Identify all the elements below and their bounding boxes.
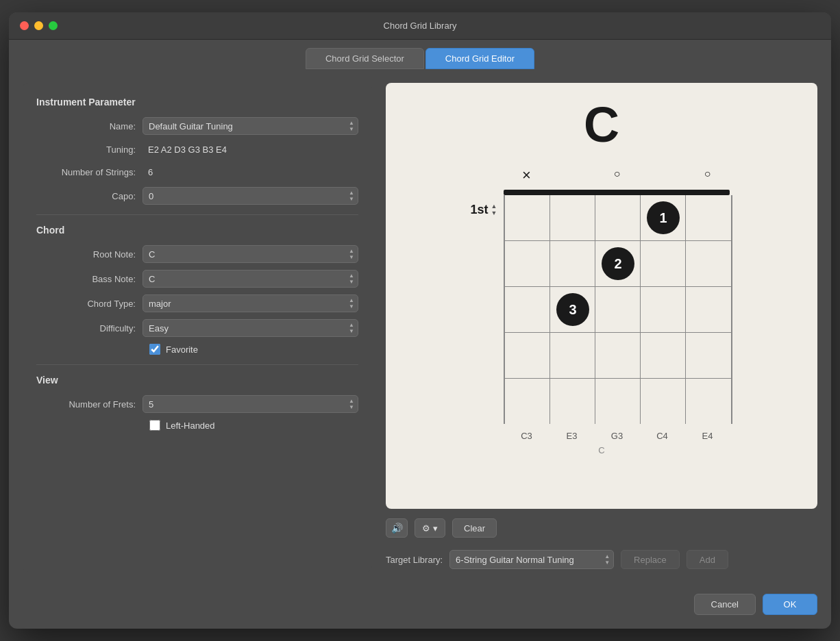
difficulty-label: Difficulty: <box>36 323 143 334</box>
bass-note-select-wrapper: CC#D ▲▼ <box>143 270 358 288</box>
fret-cell-4-3[interactable] <box>595 333 641 378</box>
bottom-toolbar: 🔊 ⚙ ▾ Clear <box>386 516 817 540</box>
fret-cell-5-2[interactable] <box>550 379 595 424</box>
fret-cell-1-2[interactable] <box>550 195 595 240</box>
fret-cell-4-5[interactable] <box>686 333 731 378</box>
fret-cell-3-1[interactable] <box>505 287 550 332</box>
finger-dot-3: 3 <box>556 293 589 326</box>
divider-2 <box>36 364 358 365</box>
fret-cell-5-1[interactable] <box>505 379 550 424</box>
speaker-button[interactable]: 🔊 <box>386 518 408 538</box>
gear-chevron-icon: ▾ <box>433 523 438 533</box>
fret-cell-2-3[interactable]: 2 <box>595 241 641 286</box>
fret-cell-4-2[interactable] <box>550 333 595 378</box>
fret-cell-3-3[interactable] <box>595 287 641 332</box>
difficulty-row: Difficulty: EasyMediumHard ▲▼ <box>36 319 358 337</box>
gear-button[interactable]: ⚙ ▾ <box>415 518 445 538</box>
bass-note-select[interactable]: CC#D <box>143 270 358 288</box>
string-indicators: × ○ ○ <box>504 166 732 184</box>
num-strings-value: 6 <box>143 164 158 180</box>
target-library-label: Target Library: <box>386 555 443 565</box>
chord-type-row: Chord Type: majorminor ▲▼ <box>36 294 358 312</box>
favorite-label[interactable]: Favorite <box>166 344 198 355</box>
fret-label[interactable]: 1st ▲▼ <box>471 187 497 232</box>
add-button[interactable]: Add <box>687 550 728 569</box>
favorite-checkbox[interactable] <box>149 344 160 355</box>
fret-label-area: 1st ▲▼ <box>471 166 497 232</box>
target-library-select[interactable]: 6-String Guitar Normal Tuning <box>449 550 614 569</box>
target-library-row: Target Library: 6-String Guitar Normal T… <box>386 547 817 572</box>
tab-chord-grid-editor[interactable]: Chord Grid Editor <box>425 48 534 69</box>
fret-cell-2-4[interactable] <box>641 241 686 286</box>
capo-label: Capo: <box>36 191 143 201</box>
string-indicator-4 <box>639 166 684 184</box>
root-note-label: Root Note: <box>36 249 143 260</box>
replace-button[interactable]: Replace <box>621 550 680 569</box>
difficulty-select[interactable]: EasyMediumHard <box>143 319 358 337</box>
clear-button[interactable]: Clear <box>452 518 497 538</box>
close-button[interactable] <box>20 21 29 30</box>
fret-cell-2-1[interactable] <box>505 241 550 286</box>
fret-cell-1-5[interactable] <box>686 195 731 240</box>
ok-button[interactable]: OK <box>763 594 817 615</box>
finger-dot-1: 1 <box>647 201 680 234</box>
left-handed-label[interactable]: Left-Handed <box>166 420 215 431</box>
fret-cell-4-1[interactable] <box>505 333 550 378</box>
fret-cell-3-5[interactable] <box>686 287 731 332</box>
fret-cell-5-5[interactable] <box>686 379 731 424</box>
root-note-select[interactable]: CC#D <box>143 245 358 263</box>
string-indicator-1: × <box>504 166 549 184</box>
view-section-title: View <box>36 375 358 386</box>
name-select[interactable]: Default Guitar Tuning <box>143 117 358 135</box>
name-row: Name: Default Guitar Tuning ▲▼ <box>36 117 358 135</box>
target-library-select-wrapper: 6-String Guitar Normal Tuning ▲▼ <box>449 550 614 569</box>
num-frets-select[interactable]: 4567 <box>143 395 358 413</box>
num-frets-select-wrapper: 4567 ▲▼ <box>143 395 358 413</box>
fret-cell-5-3[interactable] <box>595 379 641 424</box>
chord-type-select[interactable]: majorminor <box>143 294 358 312</box>
chord-type-label: Chord Type: <box>36 299 143 309</box>
capo-row: Capo: 012 ▲▼ <box>36 187 358 205</box>
fret-cell-3-4[interactable] <box>641 287 686 332</box>
root-note-select-wrapper: CC#D ▲▼ <box>143 245 358 263</box>
bass-note-row: Bass Note: CC#D ▲▼ <box>36 270 358 288</box>
window-controls <box>20 21 58 30</box>
fret-grid[interactable]: 1 2 <box>504 195 732 424</box>
capo-select-wrapper: 012 ▲▼ <box>143 187 358 205</box>
num-frets-label: Number of Frets: <box>36 399 143 410</box>
string-indicator-2 <box>549 166 594 184</box>
right-panel: C 1st ▲▼ <box>386 83 817 572</box>
cancel-button[interactable]: Cancel <box>694 594 756 615</box>
instrument-parameter-title: Instrument Parameter <box>36 97 358 108</box>
fret-cell-1-1[interactable] <box>505 195 550 240</box>
fret-row-1: 1 <box>505 195 731 241</box>
fret-cell-1-3[interactable] <box>595 195 641 240</box>
fret-cell-1-4[interactable]: 1 <box>641 195 686 240</box>
tab-chord-grid-selector[interactable]: Chord Grid Selector <box>306 48 424 69</box>
string-indicator-3: ○ <box>594 166 639 184</box>
fret-cell-2-2[interactable] <box>550 241 595 286</box>
footer: Cancel OK <box>9 586 831 629</box>
chord-abbrev: C <box>598 445 604 455</box>
chord-type-select-wrapper: majorminor ▲▼ <box>143 294 358 312</box>
minimize-button[interactable] <box>34 21 43 30</box>
left-handed-checkbox[interactable] <box>149 420 160 431</box>
favorite-row: Favorite <box>149 344 358 355</box>
tuning-label: Tuning: <box>36 144 143 155</box>
fret-cell-5-4[interactable] <box>641 379 686 424</box>
chord-display[interactable]: C 1st ▲▼ <box>386 83 817 509</box>
window-title: Chord Grid Library <box>384 21 457 31</box>
fret-cell-3-2[interactable]: 3 <box>550 287 595 332</box>
fret-cell-4-4[interactable] <box>641 333 686 378</box>
name-label: Name: <box>36 121 143 131</box>
speaker-icon: 🔊 <box>391 523 403 533</box>
fret-cell-2-5[interactable] <box>686 241 731 286</box>
divider-1 <box>36 214 358 215</box>
string-note-1: C3 <box>504 431 549 441</box>
maximize-button[interactable] <box>49 21 58 30</box>
fret-row-5 <box>505 379 731 424</box>
capo-select[interactable]: 012 <box>143 187 358 205</box>
num-frets-row: Number of Frets: 4567 ▲▼ <box>36 395 358 413</box>
name-select-wrapper: Default Guitar Tuning ▲▼ <box>143 117 358 135</box>
content-area: Instrument Parameter Name: Default Guita… <box>9 69 831 586</box>
